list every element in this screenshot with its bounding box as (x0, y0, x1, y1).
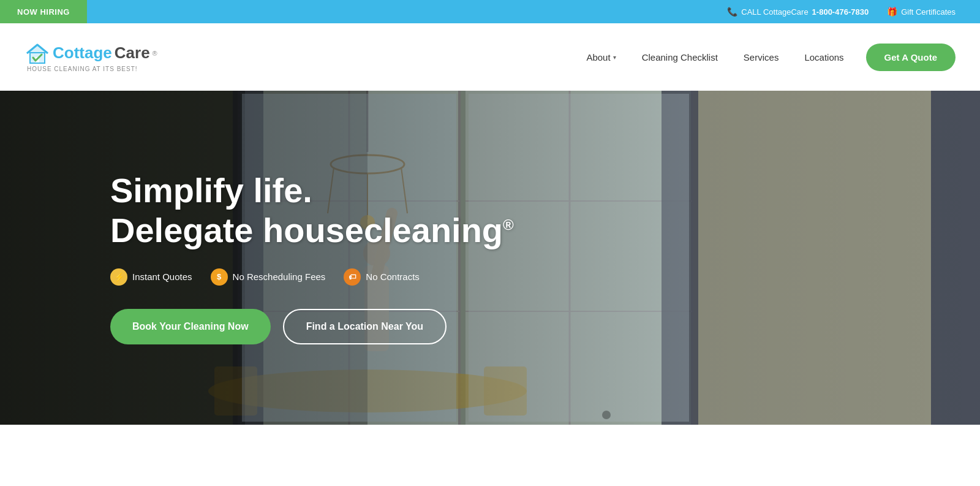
find-location-button[interactable]: Find a Location Near You (283, 309, 447, 344)
lightning-badge: ⚡ (110, 268, 127, 286)
hero-features: ⚡ Instant Quotes $ No Rescheduling Fees … (110, 268, 514, 286)
book-cleaning-button[interactable]: Book Your Cleaning Now (110, 309, 271, 344)
gift-icon: 🎁 (887, 7, 897, 17)
nav-about[interactable]: About ▾ (576, 47, 625, 67)
about-chevron-icon: ▾ (613, 54, 616, 61)
hero-content: Simplify life. Delegate housecleaning® ⚡… (0, 171, 514, 344)
tag-icon: 🏷 (349, 273, 356, 281)
hero-title-line2: Delegate housecleaning (110, 211, 503, 249)
top-bar: NOW HIRING 📞 CALL CottageCare 1-800-476-… (0, 0, 980, 23)
logo-tagline: HOUSE CLEANING AT ITS BEST! (27, 66, 138, 72)
header: CottageCare® HOUSE CLEANING AT ITS BEST!… (0, 23, 980, 91)
dollar-icon: $ (217, 272, 221, 281)
logo-area[interactable]: CottageCare® HOUSE CLEANING AT ITS BEST! (24, 42, 157, 72)
main-nav: About ▾ Cleaning Checklist Services Loca… (576, 44, 956, 71)
gift-certificates-link[interactable]: 🎁 Gift Certificates (887, 7, 956, 17)
tag-badge: 🏷 (344, 268, 361, 286)
nav-services[interactable]: Services (734, 47, 789, 67)
logo-text-cottage: Cottage (53, 44, 112, 63)
logo-brand: CottageCare® (24, 42, 157, 64)
get-quote-button[interactable]: Get A Quote (866, 44, 956, 71)
phone-number[interactable]: 1-800-476-7830 (812, 7, 869, 17)
nav-locations[interactable]: Locations (794, 47, 853, 67)
logo-registered: ® (153, 50, 157, 57)
hero-title-line1: Simplify life. (110, 171, 312, 210)
feature-no-contracts: 🏷 No Contracts (344, 268, 420, 286)
logo-text-care: Care (115, 44, 150, 63)
hero-buttons: Book Your Cleaning Now Find a Location N… (110, 309, 514, 344)
lightning-icon: ⚡ (114, 272, 124, 282)
nav-cleaning-checklist[interactable]: Cleaning Checklist (632, 47, 728, 67)
top-bar-right: 📞 CALL CottageCare 1-800-476-7830 🎁 Gift… (727, 7, 980, 17)
hero-registered: ® (503, 216, 514, 233)
logo-icon (24, 42, 50, 64)
hero-title: Simplify life. Delegate housecleaning® (110, 171, 514, 250)
feature1-label: Instant Quotes (132, 271, 192, 282)
hiring-badge[interactable]: NOW HIRING (0, 0, 87, 23)
feature-no-reschedule: $ No Rescheduling Fees (211, 268, 326, 286)
gift-label: Gift Certificates (901, 7, 956, 17)
below-hero (0, 425, 980, 486)
feature2-label: No Rescheduling Fees (233, 271, 326, 282)
dollar-badge: $ (211, 268, 228, 286)
phone-icon: 📞 (727, 7, 737, 17)
phone-info[interactable]: 📞 CALL CottageCare 1-800-476-7830 (727, 7, 869, 17)
hero-section: Simplify life. Delegate housecleaning® ⚡… (0, 91, 980, 425)
call-text: CALL CottageCare (741, 7, 808, 17)
feature3-label: No Contracts (366, 271, 420, 282)
feature-instant-quotes: ⚡ Instant Quotes (110, 268, 192, 286)
